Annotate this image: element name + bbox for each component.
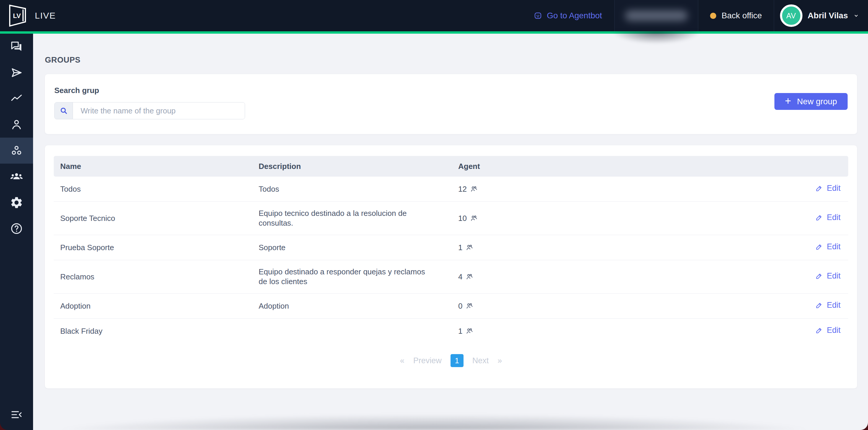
agents-icon <box>465 243 473 252</box>
new-group-button[interactable]: + New group <box>774 93 848 110</box>
edit-label: Edit <box>827 213 841 222</box>
edit-label: Edit <box>827 271 841 281</box>
sidebar-item-conversations[interactable] <box>0 34 33 60</box>
edit-button[interactable]: Edit <box>815 271 841 281</box>
top-navbar: LV LIVE Go to Agentbot Back office AV <box>0 0 868 31</box>
sidebar-item-teams[interactable] <box>0 164 33 190</box>
groups-table-card: Name Description Agent Todos Todos 12 <box>45 145 857 388</box>
sidebar-item-agents[interactable] <box>0 112 33 137</box>
edit-cell: Edit <box>786 319 848 344</box>
user-name: Abril Vilas <box>808 11 848 20</box>
table-row: Reclamos Equipo destinado a responder qu… <box>54 260 848 294</box>
edit-button[interactable]: Edit <box>815 242 841 252</box>
edit-cell: Edit <box>786 202 848 235</box>
help-icon <box>10 222 23 235</box>
agents-icon <box>470 185 478 193</box>
group-agent-count-cell: 10 <box>452 202 786 235</box>
sidebar-collapse-button[interactable] <box>0 406 33 424</box>
blurred-text <box>625 10 688 21</box>
group-agent-count-cell: 0 <box>452 294 786 319</box>
sidebar-item-analytics[interactable] <box>0 86 33 112</box>
groups-network-icon <box>10 144 23 157</box>
edit-label: Edit <box>827 183 841 193</box>
edit-cell: Edit <box>786 260 848 294</box>
pencil-icon <box>815 243 823 251</box>
pencil-icon <box>815 301 823 309</box>
group-name: Todos <box>54 177 252 202</box>
search-label: Search grup <box>54 86 848 95</box>
pencil-icon <box>815 214 823 221</box>
column-header-agent: Agent <box>452 156 786 177</box>
robot-icon <box>533 11 542 20</box>
menu-collapse-icon <box>10 408 23 421</box>
search-button[interactable] <box>55 102 73 119</box>
send-icon <box>10 66 23 80</box>
edit-cell: Edit <box>786 235 848 260</box>
sidebar-item-campaigns[interactable] <box>0 60 33 86</box>
table-row: Adoption Adoption 0 <box>54 294 848 319</box>
sidebar <box>0 34 33 430</box>
group-agent-count-cell: 4 <box>452 260 786 294</box>
group-agent-count-cell: 1 <box>452 235 786 260</box>
agents-icon <box>465 327 473 335</box>
pagination-prev-button[interactable]: Preview <box>413 356 442 365</box>
page-title: GROUPS <box>45 56 857 65</box>
table-header-row: Name Description Agent <box>54 156 848 177</box>
pencil-icon <box>815 184 823 192</box>
chevron-down-icon <box>853 13 859 19</box>
group-name: Black Friday <box>54 319 252 344</box>
table-body: Todos Todos 12 <box>54 177 848 343</box>
go-to-agentbot-link[interactable]: Go to Agentbot <box>521 0 614 31</box>
back-office-label: Back office <box>721 11 762 20</box>
search-card: Search grup + New group <box>45 74 857 134</box>
search-input[interactable] <box>73 102 245 119</box>
back-office-link[interactable]: Back office <box>698 0 774 31</box>
group-name: Prueba Soporte <box>54 235 252 260</box>
group-name: Soporte Tecnico <box>54 202 252 235</box>
plus-icon: + <box>785 96 791 106</box>
table-row: Soporte Tecnico Equipo tecnico destinado… <box>54 202 848 235</box>
user-menu[interactable]: AV Abril Vilas <box>774 0 868 31</box>
column-header-name: Name <box>54 156 252 177</box>
person-icon <box>10 118 23 131</box>
status-dot-icon <box>710 13 716 19</box>
group-description: Todos <box>252 177 452 202</box>
analytics-icon <box>10 92 23 105</box>
sidebar-item-settings[interactable] <box>0 190 33 216</box>
new-group-label: New group <box>797 97 837 106</box>
group-description: Soporte <box>252 235 452 260</box>
edit-button[interactable]: Edit <box>815 183 841 193</box>
group-description: Adoption <box>252 294 452 319</box>
pencil-icon <box>815 326 823 334</box>
edit-label: Edit <box>827 300 841 310</box>
search-box <box>54 102 245 119</box>
agent-count: 12 <box>458 184 467 194</box>
chat-icon <box>10 40 23 54</box>
pagination: « Preview 1 Next » <box>54 354 848 367</box>
column-header-description: Description <box>252 156 452 177</box>
pagination-first-arrow[interactable]: « <box>400 356 404 365</box>
column-header-actions <box>786 156 848 177</box>
sidebar-item-help[interactable] <box>0 216 33 242</box>
sidebar-item-groups[interactable] <box>0 137 33 164</box>
edit-cell: Edit <box>786 294 848 319</box>
green-accent-line <box>0 31 868 34</box>
agent-count: 10 <box>458 214 467 223</box>
table-row: Black Friday 1 <box>54 319 848 344</box>
main-content: GROUPS Search grup + New group N <box>33 34 868 430</box>
pagination-last-arrow[interactable]: » <box>497 356 502 365</box>
agent-count: 0 <box>458 301 462 311</box>
gear-icon <box>10 196 23 209</box>
live-logo-icon: LV <box>9 4 27 27</box>
pagination-current-page[interactable]: 1 <box>451 354 464 367</box>
pencil-icon <box>815 272 823 280</box>
group-name: Reclamos <box>54 260 252 294</box>
edit-button[interactable]: Edit <box>815 213 841 222</box>
pagination-next-button[interactable]: Next <box>472 356 489 365</box>
edit-button[interactable]: Edit <box>815 326 841 335</box>
group-description: Equipo tecnico destinado a la resolucion… <box>252 202 452 235</box>
edit-button[interactable]: Edit <box>815 300 841 310</box>
groups-table: Name Description Agent Todos Todos 12 <box>54 156 848 343</box>
group-description <box>252 319 452 344</box>
agent-count: 1 <box>458 243 462 252</box>
